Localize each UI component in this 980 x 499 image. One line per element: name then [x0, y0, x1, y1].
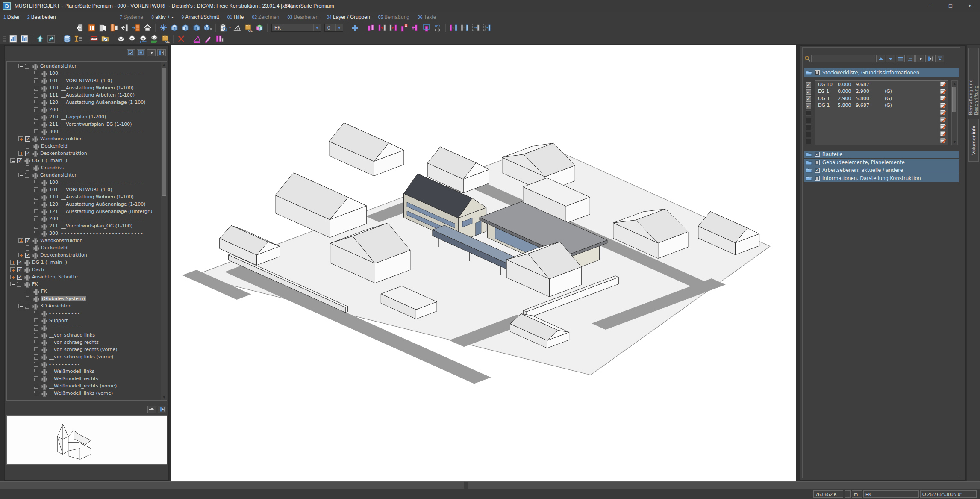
edit-storey-icon[interactable] [940, 124, 947, 130]
edit-storey-icon[interactable] [940, 103, 947, 109]
menu-bema-ung[interactable]: 05Bemaßung [378, 14, 409, 20]
tree-item[interactable]: (Globales System) [7, 295, 160, 302]
edit-storey-icon[interactable] [940, 89, 947, 94]
collapse-icon[interactable] [18, 173, 23, 177]
statistics-icon[interactable] [8, 34, 18, 44]
tree-item[interactable]: 110. __Ausstattung Wohnen (1-100) [7, 84, 160, 92]
database-icon[interactable] [62, 34, 72, 44]
visibility-checkbox[interactable] [34, 340, 39, 345]
visibility-checkbox[interactable] [25, 151, 30, 156]
chevron-down-icon[interactable]: ▼ [337, 25, 341, 30]
move-up-button[interactable] [876, 55, 885, 62]
visibility-checkbox[interactable] [34, 209, 39, 214]
section-checkbox[interactable] [815, 70, 820, 75]
tree-scroll-thumb[interactable] [162, 68, 166, 196]
add-icon[interactable] [350, 23, 360, 32]
wall-trim-icon[interactable] [459, 23, 470, 32]
render-cube-icon[interactable] [254, 23, 265, 32]
wall-trim-extend-icon[interactable] [471, 23, 481, 32]
storey-checkbox[interactable] [806, 89, 811, 95]
tree-item[interactable]: __von schraeg rechts (vorne) [7, 346, 160, 353]
tree-item[interactable]: 121. __Ausstattung Außenanlage (Hintergr… [7, 208, 160, 215]
visibility-checkbox[interactable] [34, 362, 39, 367]
scroll-down-icon[interactable]: ▼ [952, 139, 957, 145]
menu-texte[interactable]: 06Texte [418, 14, 436, 20]
auto-hide-button[interactable] [157, 49, 166, 56]
scroll-down-icon[interactable]: ▼ [161, 394, 167, 400]
tree-item[interactable]: 3D Ansichten [7, 302, 160, 310]
wall-extend-icon[interactable] [388, 23, 398, 32]
tree-item[interactable]: Grundansichten [7, 62, 160, 70]
collapse-all-button[interactable] [935, 55, 944, 62]
tree-item[interactable]: 200. - - - - - - - - - - - - - - - - - -… [7, 215, 160, 222]
tree-item[interactable]: FK [7, 281, 160, 288]
visibility-checkbox[interactable] [34, 333, 39, 338]
expand-icon[interactable] [10, 260, 15, 265]
visibility-checkbox[interactable] [34, 369, 39, 374]
panel-section-bauteile[interactable]: Bauteile [804, 151, 959, 158]
visibility-checkbox[interactable] [34, 216, 39, 221]
tree-item[interactable]: __Weißmodell_links [7, 368, 160, 375]
statistics-alt-icon[interactable] [19, 34, 29, 44]
visibility-checkbox[interactable] [17, 267, 22, 272]
visibility-checkbox[interactable] [34, 231, 39, 236]
wall-frame-icon[interactable] [421, 23, 432, 32]
expand-icon[interactable] [18, 151, 23, 156]
redo-icon[interactable] [46, 34, 56, 44]
outline-view-button[interactable] [906, 55, 915, 62]
wall-options-icon[interactable] [433, 23, 443, 32]
maximize-button[interactable]: □ [941, 0, 960, 12]
storey-row[interactable] [815, 109, 948, 116]
tree-item[interactable]: 110. __Ausstattung Wohnen (1-100) [7, 193, 160, 201]
visibility-checkbox[interactable] [17, 275, 22, 280]
storey-row[interactable]: UG 100.000 - 9.687 [815, 81, 948, 88]
slab-edge-icon[interactable] [138, 34, 148, 44]
tree-item[interactable]: OG 1 (- main -) [7, 157, 160, 164]
menu-hilfe[interactable]: 01Hilfe [227, 14, 244, 20]
menu-systeme[interactable]: 7Systeme [120, 14, 144, 20]
tree-item[interactable]: Support [7, 317, 160, 324]
tree-item[interactable]: Wandkonstruktion [7, 135, 160, 142]
section-checkbox[interactable] [815, 168, 820, 173]
visibility-checkbox[interactable] [25, 64, 30, 69]
menu-layer-gruppen[interactable]: 04Layer / Gruppen [327, 14, 370, 20]
storey-row[interactable]: EG 10.000 - 2.900(G) [815, 88, 948, 95]
visibility-checkbox[interactable] [26, 296, 31, 301]
tree-item[interactable]: 120. __Ausstattung Außenanlage (1-100) [7, 201, 160, 208]
gl-box-icon[interactable]: GL [160, 34, 171, 44]
storey-checkbox[interactable] [806, 110, 811, 116]
pin-properties-button[interactable] [915, 55, 924, 62]
wall-insert-icon[interactable] [131, 23, 141, 32]
chevron-down-icon[interactable]: ▼ [315, 25, 319, 30]
tree-item[interactable]: 100. - - - - - - - - - - - - - - - - - -… [7, 70, 160, 77]
visibility-checkbox[interactable] [25, 304, 30, 309]
gl-view-icon[interactable]: GL [243, 23, 253, 32]
storey-checkbox[interactable] [806, 124, 811, 130]
command-bar[interactable] [0, 481, 980, 489]
visibility-checkbox[interactable] [25, 136, 30, 142]
wall-trim-magenta-icon[interactable] [448, 23, 459, 32]
collapse-icon[interactable] [18, 304, 23, 308]
slab-layers-icon[interactable] [149, 34, 159, 44]
expand-icon[interactable] [10, 275, 15, 279]
tree-item[interactable]: __von schreag links (vorne) [7, 353, 160, 360]
level-up-icon[interactable] [35, 34, 45, 44]
minimize-button[interactable]: – [921, 0, 941, 12]
visibility-checkbox[interactable] [26, 289, 31, 294]
move-down-button[interactable] [886, 55, 895, 62]
tree-item[interactable]: 211. __Vorentwurfsplan_OG (1-100) [7, 222, 160, 230]
expand-icon[interactable] [10, 267, 15, 272]
measure-icon[interactable] [89, 34, 99, 44]
storey-scrollbar[interactable]: ▲ ▼ [951, 80, 958, 145]
visibility-checkbox[interactable] [34, 122, 39, 127]
visibility-checkbox[interactable] [34, 86, 39, 91]
tree-item[interactable]: Deckenkonstruktion [7, 251, 160, 259]
storey-checkbox[interactable] [806, 103, 811, 109]
visibility-checkbox[interactable] [34, 202, 39, 207]
rotate-3d-icon[interactable] [158, 23, 168, 32]
storey-row[interactable]: DG 15.800 - 9.687(G) [815, 102, 948, 109]
storey-checkbox[interactable] [806, 139, 811, 144]
tree-item[interactable]: Wandkonstruktion [7, 237, 160, 244]
tree-item[interactable]: Ansichten, Schnitte [7, 273, 160, 281]
visibility-checkbox[interactable] [34, 391, 39, 396]
